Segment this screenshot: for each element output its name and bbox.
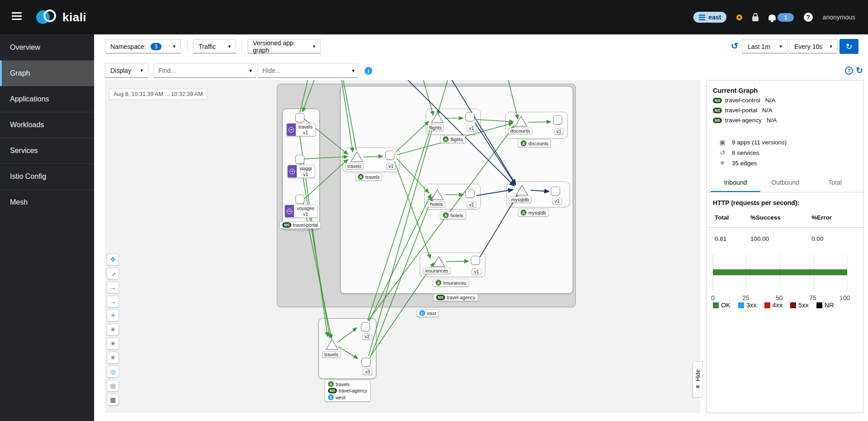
- sidebar-item-services[interactable]: Services: [0, 138, 94, 163]
- app-badge-travels[interactable]: A travels: [355, 173, 382, 181]
- node-label-viaggi-v1[interactable]: ➔ viaggiv1: [287, 165, 315, 178]
- app-badge-flights[interactable]: A flights: [440, 135, 465, 143]
- node-insurances-v1[interactable]: [471, 256, 480, 265]
- graph-layout-icon: ✳: [110, 340, 116, 347]
- node-mysqldb-v1[interactable]: [551, 187, 560, 196]
- duration-dropdown[interactable]: Last 1m ▾: [742, 39, 787, 53]
- refresh-interval-dropdown[interactable]: Every 10s ▾: [789, 39, 838, 53]
- service-node-travels-west[interactable]: [325, 339, 339, 350]
- tab-total[interactable]: Total: [810, 175, 860, 192]
- version-label-discounts-v1[interactable]: v1: [554, 128, 564, 134]
- layout-button-2[interactable]: ✳: [107, 338, 119, 349]
- edge-tool-button-2[interactable]: →: [107, 296, 119, 307]
- display-dropdown[interactable]: Display ▾: [105, 63, 148, 78]
- node-hotels-v1[interactable]: [465, 189, 474, 198]
- service-label-insurances[interactable]: insurances: [423, 268, 451, 274]
- brand: kiali: [36, 8, 86, 26]
- graph-canvas[interactable]: Aug 8, 10:31:39 AM ... 10:32:39 AM ✥ ↔ →…: [105, 80, 700, 413]
- namespace-badge-travel-portal[interactable]: NS travel-portal: [280, 221, 321, 229]
- service-label-hotels[interactable]: hotels: [428, 201, 445, 207]
- app-badge-hotels[interactable]: A hotels: [440, 211, 466, 219]
- layout-button-3[interactable]: ✳: [107, 352, 119, 364]
- service-label-travels-west[interactable]: travels: [322, 351, 341, 358]
- minimap-toggle-button[interactable]: ▦: [107, 394, 119, 406]
- cluster-badge-east[interactable]: C east: [417, 309, 439, 317]
- traffic-dropdown[interactable]: Traffic ▾: [193, 39, 236, 53]
- tab-outbound[interactable]: Outbound: [760, 175, 810, 192]
- service-node-hotels[interactable]: [431, 189, 444, 201]
- sidebar-item-workloads[interactable]: Workloads: [0, 112, 94, 138]
- service-label-discounts[interactable]: discounts: [508, 128, 532, 134]
- arrow-right-icon: →: [110, 298, 116, 305]
- applications-icon: ▣: [719, 139, 726, 146]
- version-label-mysqldb-v1[interactable]: v1: [552, 198, 562, 204]
- app-badge-insurances[interactable]: A insurances: [433, 279, 469, 287]
- notification-count-badge: 1: [778, 13, 793, 22]
- toolbar-divider: [187, 41, 188, 52]
- service-node-travels[interactable]: [350, 151, 364, 163]
- version-label-travels-v3[interactable]: v3: [363, 368, 372, 375]
- node-travels-v2[interactable]: [361, 322, 370, 331]
- sidebar-item-graph[interactable]: Graph: [0, 60, 94, 86]
- node-flights-v1[interactable]: [465, 112, 474, 121]
- west-badge-stack[interactable]: Atravels NStravel-agency Cwest: [325, 380, 370, 402]
- sidebar-item-applications[interactable]: Applications: [0, 86, 94, 112]
- ns-badge-icon: NS: [713, 118, 722, 123]
- node-discounts-v1[interactable]: [553, 115, 562, 124]
- info-icon[interactable]: i: [365, 67, 372, 75]
- app-badge-mysqldb[interactable]: A mysqldb: [518, 209, 549, 216]
- version-label-flights-v1[interactable]: v1: [467, 125, 476, 131]
- graph-reset-icon[interactable]: ↻: [856, 65, 863, 76]
- time-history-icon[interactable]: ↺: [731, 41, 738, 51]
- app-badge-discounts[interactable]: A discounts: [518, 139, 551, 147]
- refresh-button[interactable]: ↻: [840, 39, 859, 54]
- sidebar-item-istio-config[interactable]: Istio Config: [0, 163, 94, 189]
- version-label-travels-v1[interactable]: v1: [386, 163, 396, 169]
- graph-help-icon[interactable]: ?: [845, 67, 853, 75]
- service-node-flights[interactable]: [431, 112, 444, 124]
- version-label-insurances-v1[interactable]: v1: [472, 268, 481, 275]
- edge-tool-button-1[interactable]: →: [107, 282, 119, 293]
- find-input[interactable]: [154, 63, 246, 77]
- help-icon[interactable]: ?: [804, 13, 813, 22]
- notifications[interactable]: 1: [768, 13, 793, 22]
- namespace-badge-travel-agency[interactable]: NS travel-agency: [433, 294, 478, 301]
- namespace-layout-button-1[interactable]: ◎: [107, 366, 119, 378]
- namespace-layout-icon: ◎: [110, 368, 115, 375]
- service-node-insurances[interactable]: [432, 256, 446, 268]
- cluster-badge[interactable]: east: [693, 12, 726, 23]
- sidebar-item-overview[interactable]: Overview: [0, 34, 94, 60]
- layout-button-1[interactable]: ✳: [107, 324, 119, 335]
- map-icon: ▦: [110, 396, 116, 403]
- node-voyages-v1[interactable]: [295, 195, 304, 204]
- node-travels-v1[interactable]: [385, 151, 394, 160]
- pan-tool-button[interactable]: ✥: [107, 254, 119, 265]
- node-travels-v1-portal[interactable]: [295, 113, 304, 122]
- service-label-flights[interactable]: flights: [427, 124, 444, 131]
- version-label-travels-v2[interactable]: v2: [362, 333, 372, 340]
- sidebar-item-mesh[interactable]: Mesh: [0, 189, 94, 215]
- graph-layout-icon: ✳: [110, 326, 116, 333]
- hamburger-menu-icon[interactable]: [12, 12, 22, 22]
- tab-inbound[interactable]: Inbound: [711, 175, 760, 192]
- node-viaggi-v1[interactable]: [295, 155, 304, 164]
- service-node-mysqldb[interactable]: [515, 184, 529, 196]
- version-label-hotels-v1[interactable]: v1: [467, 201, 476, 208]
- node-travels-v3[interactable]: [361, 358, 370, 367]
- find-options-chevron-icon[interactable]: ▾: [246, 67, 256, 74]
- expand-tool-button[interactable]: ↔: [107, 268, 119, 279]
- service-node-discounts[interactable]: [514, 115, 528, 127]
- hide-options-chevron-icon[interactable]: ▾: [348, 67, 358, 74]
- table-value-success: 100.00: [750, 235, 769, 242]
- namespace-layout-button-2[interactable]: ◎: [107, 380, 119, 392]
- hide-input[interactable]: [258, 63, 348, 77]
- layout-button-default[interactable]: ✳: [107, 310, 119, 321]
- node-label-travels-v1-portal[interactable]: ➔ travelsv1: [286, 123, 316, 136]
- service-label-travels[interactable]: travels: [345, 163, 364, 169]
- node-label-voyages-v1[interactable]: ➔ voyagesv1: [285, 205, 318, 218]
- username[interactable]: anonymous: [823, 14, 855, 21]
- service-label-mysqldb[interactable]: mysqldb: [509, 196, 531, 203]
- graph-type-dropdown[interactable]: Versioned app graph ▾: [247, 39, 321, 53]
- namespace-dropdown[interactable]: Namespace: 3 ▾: [105, 39, 181, 53]
- panel-hide-button[interactable]: Hide »: [693, 361, 703, 397]
